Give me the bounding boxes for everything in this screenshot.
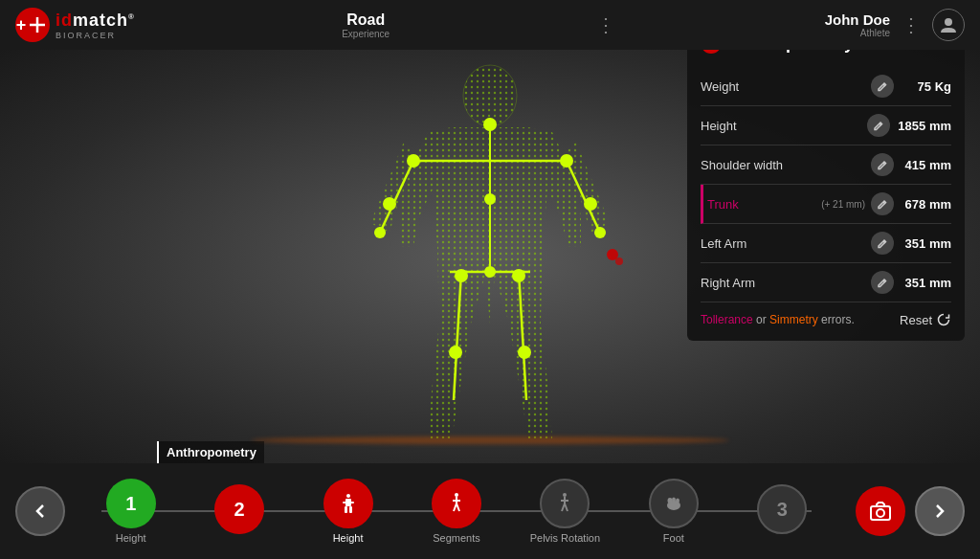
height-value: 1855 mm	[898, 119, 951, 133]
weight-value: 75 Kg	[902, 79, 951, 94]
or-text: or	[756, 313, 769, 326]
height-edit-btn[interactable]	[867, 114, 890, 137]
svg-point-16	[407, 154, 420, 168]
forward-button[interactable]	[915, 486, 965, 536]
errors-text: errors.	[821, 313, 855, 326]
svg-point-6	[463, 65, 517, 126]
left-arm-label: Left Arm	[701, 236, 871, 251]
right-arm-edit-btn[interactable]	[871, 271, 894, 294]
step-3-content: 3	[777, 499, 788, 521]
svg-point-22	[594, 227, 606, 238]
svg-point-15	[483, 118, 497, 131]
step-2[interactable]: 2	[185, 484, 293, 538]
shoulder-value: 415 mm	[902, 158, 951, 172]
step-foot-label: Foot	[663, 532, 684, 544]
logo-main-text: idmatch®	[56, 11, 135, 31]
svg-point-26	[449, 346, 462, 359]
svg-point-18	[484, 193, 496, 205]
svg-point-21	[374, 227, 386, 238]
step-3[interactable]: 3	[728, 484, 836, 538]
step-pelvis-label: Pelvis Rotation	[530, 532, 600, 544]
svg-point-24	[455, 269, 468, 282]
step-1[interactable]: 1 Height	[77, 479, 185, 544]
step-segments-label: Segments	[433, 532, 480, 544]
svg-point-27	[518, 346, 531, 359]
shoulder-edit-btn[interactable]	[871, 153, 894, 176]
logo-icon	[15, 8, 50, 42]
svg-point-3	[945, 18, 952, 26]
right-arm-value: 351 mm	[902, 276, 951, 290]
svg-line-52	[565, 503, 568, 511]
svg-point-23	[484, 266, 496, 278]
svg-point-19	[383, 197, 396, 211]
anthro-nav-label: Anthropometry	[157, 441, 264, 463]
svg-point-55	[672, 498, 676, 503]
weight-row: Weight 75 Kg	[701, 67, 951, 106]
svg-line-47	[457, 503, 459, 511]
right-arm-label: Right Arm	[701, 276, 871, 290]
footer-errors: Tollerance or Simmetry errors.	[701, 313, 855, 326]
step-2-content: 2	[234, 499, 245, 521]
trunk-row: Trunk (+ 21 mm) 678 mm	[701, 185, 951, 224]
weight-edit-btn[interactable]	[871, 75, 894, 98]
bottom-bar: 1 Height 2 Height	[0, 463, 980, 559]
trunk-value: 678 mm	[902, 197, 951, 212]
user-sub: Athlete	[860, 28, 890, 38]
nav-steps: 1 Height 2 Height	[77, 479, 836, 544]
logo-text: idmatch® BIORACER	[56, 11, 135, 40]
svg-point-25	[512, 269, 525, 282]
step-pelvis-circle[interactable]	[540, 479, 590, 528]
shoulder-label: Shoulder width	[701, 158, 871, 172]
simmetry-text: Simmetry	[769, 313, 818, 326]
left-arm-row: Left Arm 351 mm	[701, 224, 951, 263]
back-button[interactable]	[15, 486, 65, 536]
svg-rect-40	[345, 506, 347, 513]
weight-label: Weight	[701, 79, 871, 94]
nav-right-section	[856, 486, 965, 536]
step-2-circle[interactable]: 2	[214, 484, 264, 534]
step-foot-circle[interactable]	[649, 479, 699, 528]
left-arm-edit-btn[interactable]	[871, 232, 894, 255]
step-segments-circle[interactable]	[432, 479, 481, 528]
tolerance-text: Tollerance	[701, 313, 753, 326]
header-center: Road Experience	[342, 11, 390, 39]
svg-point-29	[615, 257, 623, 265]
step-1-label: Height	[116, 532, 146, 544]
height-row: Height 1855 mm	[701, 106, 951, 145]
svg-rect-41	[349, 506, 352, 513]
logo-area: idmatch® BIORACER	[15, 8, 135, 42]
svg-rect-38	[346, 494, 350, 498]
svg-rect-42	[343, 502, 354, 503]
svg-point-58	[877, 509, 884, 517]
svg-point-56	[676, 499, 679, 503]
user-name: John Doe	[825, 11, 890, 28]
step-height-label: Height	[333, 532, 364, 544]
anthropometry-panel: Anthropometry Weight 75 Kg Height 1855 m…	[687, 19, 965, 341]
trunk-badge: (+ 21 mm)	[821, 199, 865, 210]
step-height[interactable]: Height	[294, 479, 402, 544]
svg-point-17	[560, 154, 573, 168]
experience-title: Road	[346, 11, 385, 29]
step-3-circle[interactable]: 3	[757, 484, 807, 534]
experience-subtitle: Experience	[342, 29, 390, 39]
reset-button[interactable]: Reset	[900, 312, 951, 327]
step-segments[interactable]: Segments	[402, 479, 510, 544]
svg-point-43	[455, 493, 458, 497]
human-figure	[337, 56, 643, 458]
user-info: John Doe Athlete	[825, 11, 890, 38]
right-arm-row: Right Arm 351 mm	[701, 263, 951, 302]
svg-point-48	[563, 493, 567, 497]
step-1-circle[interactable]: 1	[106, 479, 156, 528]
height-label: Height	[701, 119, 867, 133]
logo-sub-text: BIORACER	[56, 31, 135, 40]
step-height-circle[interactable]	[323, 479, 373, 528]
svg-point-20	[584, 197, 597, 211]
header-middle-dots: ⋮	[596, 13, 617, 36]
camera-button[interactable]	[856, 486, 905, 536]
avatar[interactable]	[932, 9, 965, 41]
step-pelvis[interactable]: Pelvis Rotation	[511, 479, 619, 544]
trunk-label: Trunk	[707, 197, 821, 212]
user-dots[interactable]: ⋮	[902, 13, 921, 36]
step-foot[interactable]: Foot	[619, 479, 727, 544]
trunk-edit-btn[interactable]	[871, 192, 894, 215]
